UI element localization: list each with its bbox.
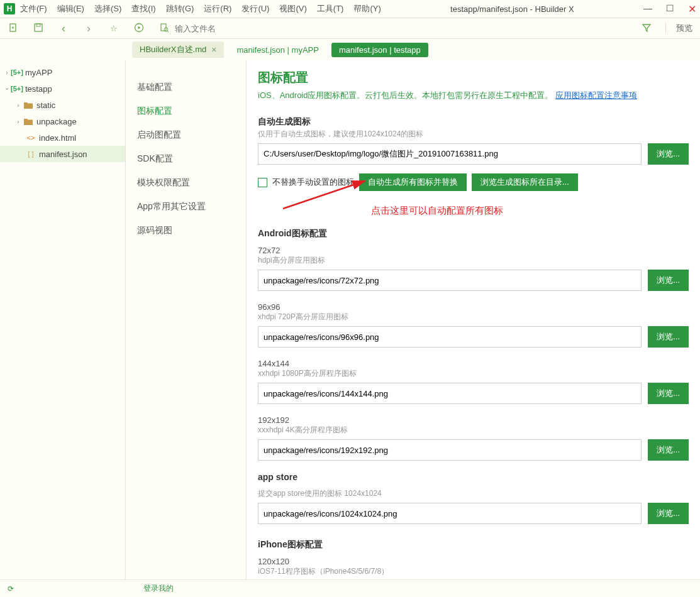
main-menu: 文件(F) 编辑(E) 选择(S) 查找(I) 跳转(G) 运行(R) 发行(U…: [20, 3, 381, 14]
project-myapp[interactable]: › [5+] myAPP: [0, 64, 125, 80]
app-logo-icon: H: [4, 3, 15, 14]
menu-find[interactable]: 查找(I): [131, 3, 155, 14]
browse-button[interactable]: 浏览...: [648, 326, 689, 348]
forward-icon[interactable]: ›: [83, 22, 94, 35]
menu-view[interactable]: 视图(V): [279, 3, 306, 14]
chevron-right-icon: ›: [14, 102, 23, 109]
icon-144-input[interactable]: [258, 383, 642, 404]
close-tab-icon[interactable]: ×: [211, 45, 216, 55]
icon-192-input[interactable]: [258, 439, 642, 461]
icon-help: xxhdpi 1080P高分屏程序图标: [258, 368, 689, 379]
folder-icon: [23, 117, 34, 126]
browse-button[interactable]: 浏览...: [648, 503, 689, 524]
sync-icon[interactable]: ⟳: [8, 584, 14, 593]
tree-label: static: [36, 101, 55, 110]
svg-rect-3: [35, 24, 42, 31]
main-layout: › [5+] myAPP › [5+] testapp › static › u…: [0, 60, 700, 597]
auto-gen-path-input[interactable]: [258, 143, 642, 165]
auto-gen-help: 仅用于自动生成图标，建议使用1024x1024的图标: [258, 129, 689, 140]
preview-button[interactable]: 预览: [665, 23, 692, 34]
annotation-text: 点击这里可以自动配置所有图标: [371, 205, 689, 217]
file-search-input[interactable]: [175, 24, 301, 33]
menu-help[interactable]: 帮助(Y): [353, 3, 381, 14]
folder-static[interactable]: › static: [0, 97, 125, 113]
tree-label: testapp: [25, 84, 52, 94]
chevron-right-icon: ›: [14, 118, 23, 125]
run-icon[interactable]: [133, 23, 145, 35]
no-replace-checkbox[interactable]: [258, 178, 267, 187]
icon-appstore-input[interactable]: [258, 503, 642, 524]
window-controls: — ☐ ✕: [643, 3, 696, 15]
size-label: 144x144: [258, 359, 689, 368]
nav-source[interactable]: 源码视图: [126, 219, 246, 243]
tab-manifest-myapp[interactable]: manifest.json | myAPP: [229, 43, 326, 57]
json-file-icon: [ ]: [25, 150, 36, 158]
svg-rect-6: [161, 24, 166, 31]
browse-button[interactable]: 浏览...: [648, 270, 689, 291]
menu-select[interactable]: 选择(S): [94, 3, 121, 14]
icon-96-input[interactable]: [258, 326, 642, 348]
html-file-icon: <>: [25, 133, 36, 142]
close-icon[interactable]: ✕: [688, 3, 696, 15]
browse-button[interactable]: 浏览...: [648, 143, 689, 165]
tree-label: index.html: [39, 133, 76, 143]
project-icon: [5+]: [11, 68, 23, 77]
locate-file-icon[interactable]: [158, 23, 170, 35]
chevron-down-icon: ›: [4, 84, 11, 93]
menu-goto[interactable]: 跳转(G): [166, 3, 194, 14]
tree-label: unpackage: [36, 117, 77, 126]
appstore-help: 提交app store使用的图标 1024x1024: [258, 488, 689, 499]
svg-line-8: [167, 31, 169, 32]
page-subtitle: iOS、Android应用图标配置。云打包后生效。本地打包需另行在原生工程中配置…: [258, 90, 689, 101]
size-label: 96x96: [258, 302, 689, 312]
file-manifest-json[interactable]: [ ] manifest.json: [0, 146, 125, 162]
icon-help: iOS7-11程序图标（iPhone4S/5/6/7/8）: [258, 566, 689, 577]
titlebar: H 文件(F) 编辑(E) 选择(S) 查找(I) 跳转(G) 运行(R) 发行…: [0, 0, 700, 18]
menu-run[interactable]: 运行(R): [204, 3, 231, 14]
android-icons-heading: Android图标配置: [258, 228, 689, 239]
filter-icon[interactable]: [642, 23, 652, 35]
page-title: 图标配置: [258, 69, 689, 86]
menu-publish[interactable]: 发行(U): [242, 3, 269, 14]
star-icon[interactable]: ☆: [108, 24, 119, 33]
minimize-icon[interactable]: —: [643, 3, 652, 15]
nav-launch[interactable]: 启动图配置: [126, 123, 246, 147]
icon-help: xhdpi 720P高分屏应用图标: [258, 312, 689, 322]
menu-file[interactable]: 文件(F): [20, 3, 47, 14]
open-output-dir-button[interactable]: 浏览生成图标所在目录...: [472, 173, 578, 191]
status-login[interactable]: 登录我的: [143, 583, 174, 594]
size-label: 192x192: [258, 415, 689, 425]
icon-72-input[interactable]: [258, 270, 642, 291]
new-file-icon[interactable]: [8, 23, 19, 35]
folder-icon: [23, 101, 34, 109]
nav-icon[interactable]: 图标配置: [126, 99, 246, 123]
menu-tools[interactable]: 工具(T): [317, 3, 344, 14]
tab-manifest-testapp[interactable]: manifest.json | testapp: [331, 43, 428, 57]
maximize-icon[interactable]: ☐: [666, 3, 674, 15]
browse-button[interactable]: 浏览...: [648, 383, 689, 404]
folder-unpackage[interactable]: › unpackage: [0, 113, 125, 129]
tree-label: myAPP: [25, 68, 52, 77]
save-icon[interactable]: [33, 23, 44, 35]
project-icon: [5+]: [11, 84, 23, 93]
manifest-content[interactable]: 图标配置 iOS、Android应用图标配置。云打包后生效。本地打包需另行在原生…: [247, 60, 700, 597]
icon-help: hdpi高分屏应用图标: [258, 255, 689, 266]
icon-help: xxxhdpi 4K高分屏程序图标: [258, 425, 689, 435]
file-index-html[interactable]: <> index.html: [0, 129, 125, 146]
nav-sdk[interactable]: SDK配置: [126, 147, 246, 171]
project-testapp[interactable]: › [5+] testapp: [0, 80, 125, 97]
editor-tabs: HBuilderX自述.md× manifest.json | myAPP ma…: [126, 39, 700, 60]
nav-basic[interactable]: 基础配置: [126, 75, 246, 99]
menu-edit[interactable]: 编辑(E): [57, 3, 84, 14]
subtitle-text: iOS、Android应用图标配置。云打包后生效。本地打包需另行在原生工程中配置…: [258, 90, 553, 100]
nav-app-other[interactable]: App常用其它设置: [126, 195, 246, 219]
tree-label: manifest.json: [39, 150, 87, 159]
size-label: 120x120: [258, 557, 689, 566]
nav-module[interactable]: 模块权限配置: [126, 171, 246, 195]
icon-config-notice-link[interactable]: 应用图标配置注意事项: [555, 90, 637, 100]
browse-button[interactable]: 浏览...: [648, 439, 689, 461]
manifest-section-nav: 基础配置 图标配置 启动图配置 SDK配置 模块权限配置 App常用其它设置 源…: [126, 60, 247, 597]
appstore-heading: app store: [258, 472, 689, 482]
back-icon[interactable]: ‹: [58, 22, 69, 35]
tab-readme[interactable]: HBuilderX自述.md×: [132, 41, 224, 58]
